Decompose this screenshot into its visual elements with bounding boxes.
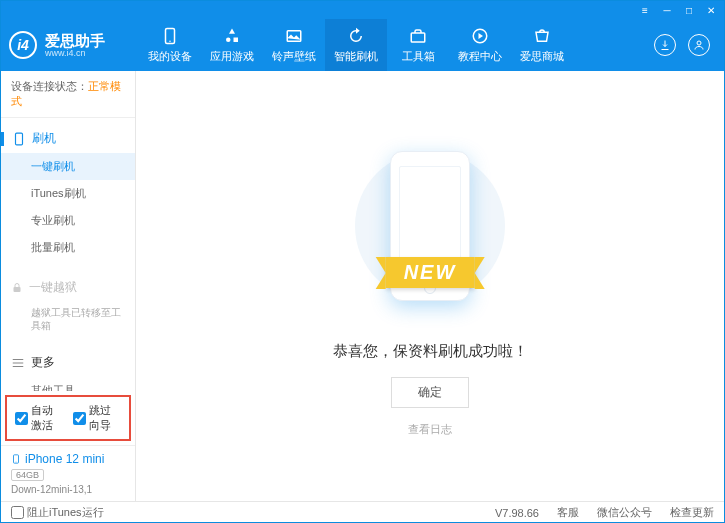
svg-point-2 xyxy=(226,38,231,43)
nav-apps[interactable]: 应用游戏 xyxy=(201,19,263,71)
refresh-icon xyxy=(346,26,366,46)
chk-label: 阻止iTunes运行 xyxy=(27,505,104,520)
nav-store[interactable]: 爱思商城 xyxy=(511,19,573,71)
titlebar: ≡ ─ □ ✕ xyxy=(1,1,724,19)
app-title: 爱思助手 xyxy=(45,33,105,48)
svg-point-11 xyxy=(16,462,17,463)
view-log-link[interactable]: 查看日志 xyxy=(408,422,452,437)
nav-label: 智能刷机 xyxy=(334,49,378,64)
version-label: V7.98.66 xyxy=(495,507,539,519)
store-icon xyxy=(532,26,552,46)
logo-icon: i4 xyxy=(9,31,37,59)
checkbox-auto-activate[interactable]: 自动激活 xyxy=(15,403,63,433)
section-head-flash[interactable]: 刷机 xyxy=(1,124,135,153)
nav-label: 爱思商城 xyxy=(520,49,564,64)
nav-my-device[interactable]: 我的设备 xyxy=(139,19,201,71)
chk-label: 自动激活 xyxy=(31,403,63,433)
download-icon[interactable] xyxy=(654,34,676,56)
phone-icon xyxy=(160,26,180,46)
chk-label: 跳过向导 xyxy=(89,403,121,433)
svg-rect-8 xyxy=(16,133,23,145)
connection-status: 设备连接状态：正常模式 xyxy=(1,71,135,118)
tutorial-icon xyxy=(470,26,490,46)
checkbox-block-itunes[interactable]: 阻止iTunes运行 xyxy=(11,505,104,520)
illustration: NEW xyxy=(360,136,500,316)
footer-link-wechat[interactable]: 微信公众号 xyxy=(597,505,652,520)
maximize-icon[interactable]: □ xyxy=(682,3,696,17)
svg-rect-3 xyxy=(234,38,239,43)
highlighted-checkboxes: 自动激活 跳过向导 xyxy=(5,395,131,441)
menu-icon xyxy=(11,356,25,370)
section-head-more[interactable]: 更多 xyxy=(1,348,135,377)
checkbox-skip-guide[interactable]: 跳过向导 xyxy=(73,403,121,433)
footer: 阻止iTunes运行 V7.98.66 客服 微信公众号 检查更新 xyxy=(1,501,724,523)
nav-ringtones[interactable]: 铃声壁纸 xyxy=(263,19,325,71)
device-name: iPhone 12 mini xyxy=(11,452,125,466)
toolbox-icon xyxy=(408,26,428,46)
sidebar-item-batch-flash[interactable]: 批量刷机 xyxy=(1,234,135,261)
menu-icon[interactable]: ≡ xyxy=(638,3,652,17)
nav-flash[interactable]: 智能刷机 xyxy=(325,19,387,71)
minimize-icon[interactable]: ─ xyxy=(660,3,674,17)
logo: i4 爱思助手 www.i4.cn xyxy=(9,31,139,59)
nav-tutorials[interactable]: 教程中心 xyxy=(449,19,511,71)
svg-rect-9 xyxy=(14,287,21,292)
section-jailbreak: 一键越狱 越狱工具已转移至工具箱 xyxy=(1,267,135,342)
header-right xyxy=(654,34,724,56)
device-capacity: 64GB xyxy=(11,469,44,481)
phone-icon xyxy=(11,452,21,466)
conn-label: 设备连接状态： xyxy=(11,80,88,92)
apps-icon xyxy=(222,26,242,46)
svg-rect-4 xyxy=(287,31,301,42)
close-icon[interactable]: ✕ xyxy=(704,3,718,17)
nav-label: 工具箱 xyxy=(402,49,435,64)
section-head-jailbreak: 一键越狱 xyxy=(1,273,135,302)
sidebar-item-other-tools[interactable]: 其他工具 xyxy=(1,377,135,391)
header: i4 爱思助手 www.i4.cn 我的设备 应用游戏 铃声壁纸 智能刷机 工具… xyxy=(1,19,724,71)
section-label: 更多 xyxy=(31,354,55,371)
ok-button[interactable]: 确定 xyxy=(391,377,469,408)
main-panel: NEW 恭喜您，保资料刷机成功啦！ 确定 查看日志 xyxy=(136,71,724,501)
section-label: 一键越狱 xyxy=(29,279,77,296)
device-sub: Down-12mini-13,1 xyxy=(11,484,125,495)
svg-point-7 xyxy=(697,41,701,45)
user-icon[interactable] xyxy=(688,34,710,56)
new-ribbon: NEW xyxy=(386,257,475,288)
phone-icon xyxy=(12,132,26,146)
nav: 我的设备 应用游戏 铃声壁纸 智能刷机 工具箱 教程中心 爱思商城 xyxy=(139,19,573,71)
device-block[interactable]: iPhone 12 mini 64GB Down-12mini-13,1 xyxy=(1,445,135,501)
success-message: 恭喜您，保资料刷机成功啦！ xyxy=(333,342,528,361)
app-subtitle: www.i4.cn xyxy=(45,48,105,58)
sidebar-item-itunes-flash[interactable]: iTunes刷机 xyxy=(1,180,135,207)
nav-label: 我的设备 xyxy=(148,49,192,64)
lock-icon xyxy=(11,282,23,294)
footer-link-update[interactable]: 检查更新 xyxy=(670,505,714,520)
section-more: 更多 其他工具 下载固件 高级功能 xyxy=(1,342,135,391)
svg-rect-5 xyxy=(411,33,425,42)
body: 设备连接状态：正常模式 刷机 一键刷机 iTunes刷机 专业刷机 批量刷机 一… xyxy=(1,71,724,501)
nav-toolbox[interactable]: 工具箱 xyxy=(387,19,449,71)
nav-label: 应用游戏 xyxy=(210,49,254,64)
wallpaper-icon xyxy=(284,26,304,46)
section-label: 刷机 xyxy=(32,130,56,147)
sidebar-item-pro-flash[interactable]: 专业刷机 xyxy=(1,207,135,234)
svg-point-1 xyxy=(169,41,171,43)
nav-label: 铃声壁纸 xyxy=(272,49,316,64)
sidebar-item-oneclick-flash[interactable]: 一键刷机 xyxy=(1,153,135,180)
jailbreak-note: 越狱工具已转移至工具箱 xyxy=(1,302,135,336)
footer-link-support[interactable]: 客服 xyxy=(557,505,579,520)
nav-label: 教程中心 xyxy=(458,49,502,64)
section-flash: 刷机 一键刷机 iTunes刷机 专业刷机 批量刷机 xyxy=(1,118,135,267)
sidebar: 设备连接状态：正常模式 刷机 一键刷机 iTunes刷机 专业刷机 批量刷机 一… xyxy=(1,71,136,501)
